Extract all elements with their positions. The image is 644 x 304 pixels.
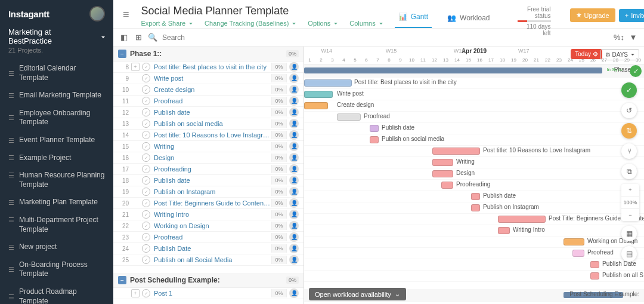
phase-bar[interactable] [304, 67, 602, 73]
check-icon[interactable]: ✓ [142, 256, 150, 264]
check-icon[interactable]: ✓ [142, 131, 150, 139]
add-task-button[interactable]: + [131, 63, 140, 71]
task-name[interactable]: Publish date [154, 177, 271, 184]
assignee-avatar[interactable]: 👤 [289, 142, 299, 151]
check-icon[interactable]: ✓ [142, 63, 150, 71]
assignee-avatar[interactable]: 👤 [289, 85, 299, 94]
sidebar-item[interactable]: ☰Email Marketing Template [0, 87, 113, 105]
check-icon[interactable]: ✓ [142, 199, 150, 207]
task-row[interactable]: 20✓Post Title: Beginners Guide to Conten… [113, 198, 304, 209]
gantt-bar[interactable] [498, 227, 510, 234]
assignee-avatar[interactable]: 👤 [289, 221, 299, 231]
gantt-bar[interactable] [432, 170, 453, 177]
gantt-body[interactable]: Phase 1::In Sync✓Post title: Best places… [304, 65, 644, 304]
check-icon[interactable]: ✓ [142, 74, 150, 82]
workspace-switcher[interactable]: Marketing at BestPractice [0, 25, 113, 47]
task-row[interactable]: 23✓Proofread0%👤 [113, 232, 304, 243]
task-row[interactable]: 12✓Publish date0%👤 [113, 107, 304, 118]
assignee-avatar[interactable]: 👤 [289, 210, 299, 219]
task-name[interactable]: Post title: Best places to visit in the … [154, 63, 271, 70]
gantt-bar[interactable] [304, 102, 328, 109]
task-row[interactable]: 9✓Write post0%👤 [113, 73, 304, 84]
task-name[interactable]: Post title: 10 Reasons to Love Instagram [154, 131, 271, 139]
sort-arrows-icon[interactable]: ⇅ [621, 123, 637, 139]
menu-export[interactable]: Export & Share [141, 20, 193, 27]
task-name[interactable]: Writing [154, 143, 271, 150]
hamburger-icon[interactable]: ≡ [123, 5, 129, 21]
check-icon[interactable]: ✓ [142, 142, 150, 151]
check-icon[interactable]: ✓ [142, 153, 150, 162]
check-icon[interactable]: ✓ [142, 108, 150, 116]
assignee-avatar[interactable]: 👤 [289, 62, 299, 72]
task-row[interactable]: 18✓Publish date0%👤 [113, 175, 304, 186]
sidebar-item[interactable]: ☰Human Resource Planning Template [0, 167, 113, 194]
task-row[interactable]: 21✓Writing Intro0%👤 [113, 209, 304, 220]
avatar[interactable] [89, 6, 105, 22]
workload-toggle[interactable]: Open workload availability⌄ [309, 288, 406, 300]
check-icon[interactable]: ✓ [142, 165, 150, 173]
phase-header[interactable]: −Phase 1::0% [113, 47, 304, 62]
menu-tracking[interactable]: Change Tracking (Baselines) [205, 20, 296, 27]
assignee-avatar[interactable]: 👤 [289, 130, 299, 140]
check-icon[interactable]: ✓ [142, 176, 150, 185]
task-row[interactable]: 19✓Publish on Instagram0%👤 [113, 186, 304, 198]
task-row[interactable]: +✓Post 10%👤 [113, 288, 304, 299]
check-icon[interactable]: ✓ [142, 233, 150, 241]
tab-gantt[interactable]: 📊Gantt [395, 13, 432, 28]
sidebar-item[interactable]: ☰Example Project [0, 149, 113, 167]
task-name[interactable]: Publish on all Social Media [154, 256, 271, 263]
sidebar-item[interactable]: ☰On-Boarding Process Template [0, 256, 113, 283]
check-icon[interactable]: ✓ [142, 210, 150, 219]
calendar-icon[interactable]: ▤ [621, 246, 637, 262]
gantt-bar[interactable] [432, 148, 480, 155]
check-icon[interactable]: ✓ [142, 188, 150, 196]
task-row[interactable]: 10✓Create design0%👤 [113, 84, 304, 96]
copy-icon[interactable]: ⧉ [621, 164, 637, 179]
task-row[interactable]: 16✓Design0%👤 [113, 152, 304, 164]
sidebar-item[interactable]: ☰Event Planner Template [0, 131, 113, 149]
search-icon[interactable]: 🔍 [148, 33, 157, 42]
check-icon[interactable]: ✓ [142, 119, 150, 128]
check-icon[interactable]: ✓ [142, 222, 150, 230]
sidebar-item[interactable]: ☰Multi-Department Project Template [0, 211, 113, 238]
task-name[interactable]: Proofread [154, 97, 271, 105]
task-row[interactable]: 13✓Publish on social media0%👤 [113, 118, 304, 130]
upgrade-button[interactable]: ★Upgrade [570, 8, 615, 22]
gantt-bar[interactable] [370, 136, 379, 143]
gantt-bar[interactable] [590, 261, 599, 268]
gantt-bar[interactable] [370, 125, 379, 132]
assignee-avatar[interactable]: 👤 [289, 164, 299, 174]
search-input[interactable] [162, 33, 234, 42]
zoom-in-button[interactable]: + [621, 184, 639, 196]
assignee-avatar[interactable]: 👤 [289, 198, 299, 208]
task-name[interactable]: Working on Design [154, 222, 271, 229]
tab-workload[interactable]: 👥Workload [444, 14, 493, 28]
task-row[interactable]: 24✓Publish Date0%👤 [113, 243, 304, 254]
task-name[interactable]: Post Title: Beginners Guide to Content M… [154, 199, 271, 207]
sidebar-item[interactable]: ☰Employee Onboarding Template [0, 105, 113, 131]
assignee-avatar[interactable]: 👤 [289, 244, 299, 253]
assignee-avatar[interactable]: 👤 [289, 73, 299, 83]
gantt-bar[interactable] [337, 113, 361, 121]
task-row[interactable]: 22✓Working on Design0%👤 [113, 220, 304, 232]
branch-icon[interactable]: ⑂ [621, 143, 637, 159]
gantt-bar[interactable] [564, 238, 584, 245]
check-icon[interactable]: ✓ [142, 97, 150, 105]
task-name[interactable]: Post 1 [154, 290, 271, 297]
assignee-avatar[interactable]: 👤 [289, 255, 299, 265]
task-row[interactable]: 11✓Proofread0%👤 [113, 96, 304, 107]
filter-icon[interactable]: ▼ [628, 33, 638, 42]
gantt-bar[interactable] [471, 193, 480, 200]
task-row[interactable]: 17✓Proofreading0%👤 [113, 164, 304, 175]
assignee-avatar[interactable]: 👤 [289, 176, 299, 185]
task-name[interactable]: Write post [154, 75, 271, 82]
assignee-avatar[interactable]: 👤 [289, 232, 299, 242]
check-icon[interactable]: ✓ [142, 244, 150, 253]
task-name[interactable]: Design [154, 154, 271, 161]
check-icon[interactable]: ✓ [142, 289, 150, 297]
add-task-button[interactable]: + [131, 289, 140, 297]
task-name[interactable]: Publish on Instagram [154, 188, 271, 195]
menu-options[interactable]: Options [308, 20, 338, 27]
task-row[interactable]: 15✓Writing0%👤 [113, 141, 304, 152]
expand-icon[interactable]: ⊞ [134, 33, 143, 42]
